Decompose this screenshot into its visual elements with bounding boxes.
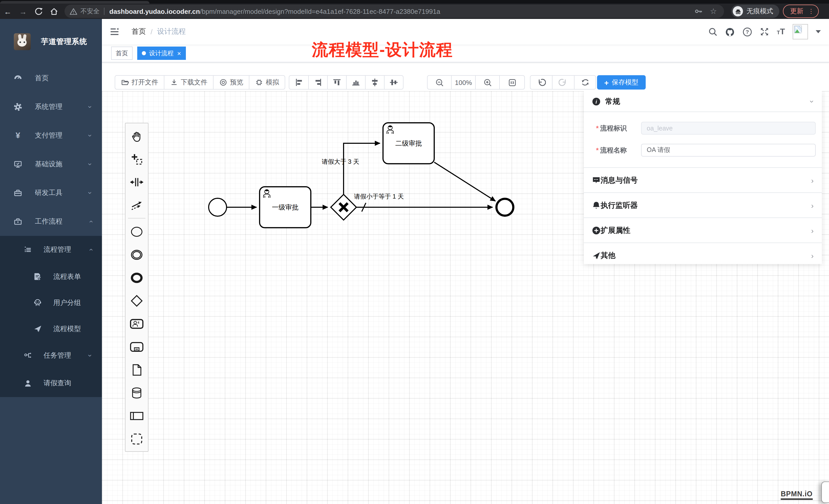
forward-icon[interactable]: → bbox=[15, 7, 31, 15]
bpmn-canvas[interactable]: 一级审批 二级审批 请假大于 3 天 bbox=[102, 91, 829, 504]
update-label: 更新 bbox=[790, 7, 803, 16]
font-size-icon[interactable]: TT bbox=[777, 27, 785, 36]
user-task-1-node[interactable]: 一级审批 bbox=[260, 187, 311, 228]
avatar-caret-icon[interactable] bbox=[816, 30, 821, 33]
reset-zoom-button[interactable] bbox=[499, 76, 524, 89]
process-key-input[interactable] bbox=[641, 122, 816, 134]
panel-section-other[interactable]: 其他 › bbox=[584, 243, 822, 268]
create-intermediate-event-icon[interactable] bbox=[125, 243, 148, 266]
flow-task2-to-end[interactable] bbox=[434, 162, 495, 201]
search-icon[interactable] bbox=[708, 27, 717, 36]
redo-button[interactable] bbox=[552, 76, 574, 89]
bpmn-io-logo[interactable]: BPMN.iO bbox=[781, 489, 813, 500]
sidebar-item-leave-query[interactable]: 请假查询 bbox=[0, 370, 102, 397]
user-group-icon bbox=[33, 298, 42, 307]
key-icon[interactable] bbox=[694, 7, 703, 15]
fullscreen-icon[interactable] bbox=[760, 27, 769, 36]
chevron-right-icon: › bbox=[811, 251, 814, 260]
gear-icon bbox=[13, 102, 23, 112]
create-data-store-icon[interactable] bbox=[125, 381, 148, 404]
folder-open-icon bbox=[121, 78, 129, 86]
create-subprocess-icon[interactable] bbox=[125, 335, 148, 358]
save-model-button[interactable]: + 保存模型 bbox=[597, 75, 646, 89]
browser-tab[interactable] bbox=[0, 1, 149, 4]
task2-label: 二级审批 bbox=[395, 140, 422, 147]
browser-update-button[interactable]: 更新 ⋮ bbox=[783, 5, 819, 18]
end-event-node[interactable] bbox=[497, 199, 513, 216]
create-participant-icon[interactable] bbox=[125, 404, 148, 427]
url-text: dashboard.yudao.iocoder.cn/bpm/manager/m… bbox=[109, 7, 687, 15]
browser-menu-icon[interactable]: ⋮ bbox=[808, 8, 814, 15]
app-logo-row[interactable]: 芋道管理系统 bbox=[0, 19, 102, 64]
sidebar-item-infra[interactable]: 基础设施 › bbox=[0, 150, 102, 179]
tab-design-process[interactable]: 设计流程 × bbox=[137, 46, 186, 60]
align-bottom-button[interactable] bbox=[346, 76, 365, 89]
designer-toolbar: 打开文件 下载文件 预览 模拟 bbox=[102, 63, 829, 91]
panel-section-extensions[interactable]: 扩展属性 › bbox=[584, 218, 822, 242]
flow-label-le1: 请假小于等于 1 天 bbox=[354, 193, 404, 200]
space-tool-icon[interactable] bbox=[125, 170, 148, 193]
not-secure-warning-icon bbox=[70, 7, 77, 15]
hand-tool-icon[interactable] bbox=[125, 124, 148, 147]
undo-button[interactable] bbox=[531, 76, 552, 89]
sidebar-item-process-form[interactable]: 流程表单 bbox=[0, 264, 102, 289]
briefcase-icon bbox=[13, 217, 23, 226]
sidebar-item-system[interactable]: 系统管理 › bbox=[0, 92, 102, 121]
reload-icon[interactable] bbox=[31, 7, 46, 15]
zoom-out-button[interactable] bbox=[428, 76, 451, 89]
tab-close-icon[interactable]: × bbox=[177, 50, 181, 56]
create-data-object-icon[interactable] bbox=[125, 358, 148, 381]
restart-button[interactable] bbox=[574, 76, 596, 89]
sidebar-item-payment[interactable]: ¥ 支付管理 › bbox=[0, 121, 102, 150]
home-icon[interactable] bbox=[46, 7, 62, 15]
corner-card bbox=[821, 481, 829, 503]
bookmark-star-icon[interactable]: ☆ bbox=[710, 7, 717, 16]
exclusive-gateway-node[interactable] bbox=[331, 194, 356, 220]
panel-section-general[interactable]: i 常规 › bbox=[584, 91, 822, 112]
tab-home[interactable]: 首页 bbox=[111, 46, 133, 60]
sidebar-item-task-mgmt[interactable]: 任务管理 › bbox=[0, 342, 102, 370]
lasso-tool-icon[interactable] bbox=[125, 147, 148, 170]
preview-button[interactable]: 预览 bbox=[213, 76, 249, 89]
avatar[interactable] bbox=[793, 24, 808, 39]
bpmn-designer: 打开文件 下载文件 预览 模拟 bbox=[102, 63, 829, 504]
sidebar-item-process-model[interactable]: 流程模型 bbox=[0, 316, 102, 342]
create-group-icon[interactable] bbox=[125, 427, 148, 450]
create-user-task-icon[interactable] bbox=[125, 312, 148, 335]
help-icon[interactable]: ? bbox=[743, 27, 752, 37]
global-connect-tool-icon[interactable] bbox=[125, 193, 148, 217]
simulate-button[interactable]: 模拟 bbox=[249, 76, 285, 89]
address-bar[interactable]: 不安全 dashboard.yudao.iocoder.cn/bpm/manag… bbox=[65, 5, 724, 18]
align-right-button[interactable] bbox=[308, 76, 327, 89]
back-icon[interactable]: ← bbox=[0, 7, 15, 15]
sidebar-item-devtools[interactable]: 研发工具 › bbox=[0, 179, 102, 207]
open-file-button[interactable]: 打开文件 bbox=[115, 76, 164, 89]
palette-separator bbox=[128, 218, 145, 219]
sidebar-item-workflow[interactable]: 工作流程 › bbox=[0, 207, 102, 236]
dashboard-icon bbox=[13, 74, 23, 83]
github-icon[interactable] bbox=[725, 27, 735, 37]
zoom-in-button[interactable] bbox=[475, 76, 499, 89]
plus-circle-icon bbox=[592, 226, 601, 235]
align-top-button[interactable] bbox=[327, 76, 346, 89]
start-event-node[interactable] bbox=[209, 198, 226, 216]
sidebar-collapse-icon[interactable] bbox=[110, 27, 119, 36]
app-title: 芋道管理系统 bbox=[41, 37, 87, 46]
sidebar-item-user-group[interactable]: 用户分组 bbox=[0, 289, 102, 316]
align-middle-button[interactable] bbox=[384, 76, 403, 89]
align-left-button[interactable] bbox=[289, 76, 308, 89]
panel-section-listeners[interactable]: 执行监听器 › bbox=[584, 193, 822, 218]
align-center-button[interactable] bbox=[365, 76, 384, 89]
sidebar-item-home[interactable]: 首页 bbox=[0, 64, 102, 92]
create-end-event-icon[interactable] bbox=[125, 266, 148, 289]
user-task-2-node[interactable]: 二级审批 bbox=[383, 123, 434, 164]
panel-section-messages[interactable]: 消息与信号 › bbox=[584, 168, 822, 192]
download-file-button[interactable]: 下载文件 bbox=[164, 76, 213, 89]
create-start-event-icon[interactable] bbox=[125, 220, 148, 243]
create-gateway-icon[interactable] bbox=[125, 289, 148, 312]
sidebar-item-process-mgmt[interactable]: 流程管理 › bbox=[0, 236, 102, 264]
chevron-up-icon: › bbox=[86, 220, 95, 223]
process-name-input[interactable] bbox=[641, 144, 816, 157]
breadcrumb-home[interactable]: 首页 bbox=[132, 27, 146, 36]
flow-gateway-to-task2[interactable] bbox=[344, 143, 380, 194]
